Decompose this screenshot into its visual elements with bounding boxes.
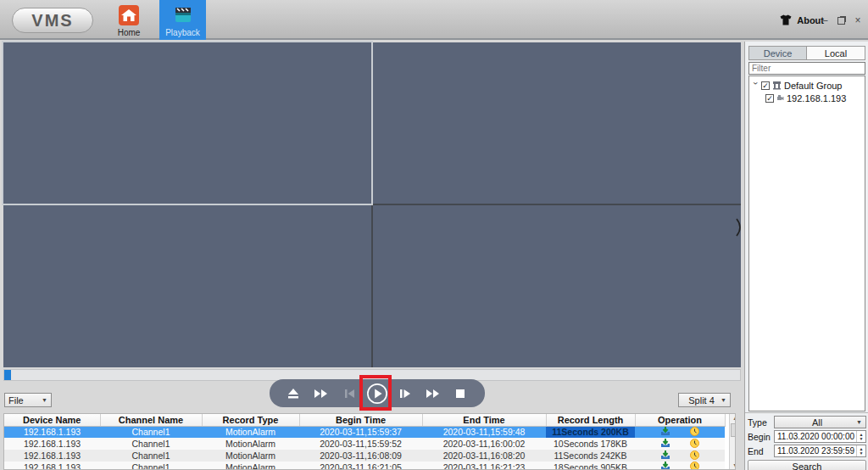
scrollbar-thumb[interactable] (731, 423, 736, 437)
cell-record-length[interactable]: 11Seconds 200KB (546, 426, 635, 438)
recording-table-body: 192.168.1.193 Channel1 MotionAlarm 2020-… (4, 426, 725, 470)
speed-down-button[interactable] (310, 383, 332, 405)
split-dropdown-value: Split 4 (682, 395, 721, 406)
eject-button[interactable] (282, 383, 304, 405)
video-cell-2[interactable] (373, 42, 741, 204)
spinner-control[interactable]: ▲ ▼ (856, 431, 865, 442)
spinner-control[interactable]: ▲ ▼ (856, 445, 865, 456)
tab-playback[interactable]: Playback (159, 0, 206, 40)
group-checkbox[interactable]: ✓ (761, 81, 770, 90)
clock-icon[interactable] (690, 439, 699, 450)
cell-channel-name[interactable]: Channel1 (100, 450, 202, 462)
col-record-type[interactable]: Record Type (202, 414, 299, 426)
cell-device-name[interactable]: 192.168.1.193 (4, 438, 100, 450)
clock-icon[interactable] (690, 462, 699, 470)
step-back-button[interactable] (338, 383, 360, 405)
cell-begin-time[interactable]: 2020-03-11,15:59:37 (299, 426, 422, 438)
clock-icon[interactable] (690, 450, 699, 462)
tab-device[interactable]: Device (748, 46, 807, 60)
search-form: Type All ▼ Begin 11.03.2020 00:00:00 ▲ ▼… (745, 412, 868, 470)
search-button[interactable]: Search (748, 460, 866, 470)
cell-device-name[interactable]: 192.168.1.193 (4, 462, 100, 470)
cell-operation (635, 426, 725, 438)
col-operation[interactable]: Operation (635, 414, 725, 426)
group-icon (772, 81, 782, 90)
recordings-table: Device Name Channel Name Record Type Beg… (3, 413, 736, 470)
cell-begin-time[interactable]: 2020-03-11,16:21:05 (299, 462, 422, 470)
about-area[interactable]: About (780, 14, 824, 25)
cell-record-type[interactable]: MotionAlarm (202, 438, 299, 450)
minimize-icon[interactable]: – (820, 15, 830, 25)
col-begin-time[interactable]: Begin Time (299, 414, 422, 426)
table-row[interactable]: 192.168.1.193 Channel1 MotionAlarm 2020-… (4, 462, 725, 470)
end-datetime-field[interactable]: 11.03.2020 23:59:59 ▲ ▼ (774, 445, 866, 457)
cell-end-time[interactable]: 2020-03-11,16:21:23 (422, 462, 546, 470)
tab-local[interactable]: Local (807, 46, 865, 60)
cell-end-time[interactable]: 2020-03-11,15:59:48 (422, 426, 546, 438)
cell-channel-name[interactable]: Channel1 (100, 438, 202, 450)
download-icon[interactable] (660, 462, 670, 470)
download-icon[interactable] (660, 450, 670, 462)
cell-begin-time[interactable]: 2020-03-11,16:08:09 (299, 450, 422, 462)
skin-icon (780, 14, 792, 25)
spinner-down-icon[interactable]: ▼ (860, 451, 864, 456)
cell-record-length[interactable]: 11Seconds 242KB (546, 450, 635, 462)
cell-operation (635, 462, 725, 470)
cell-device-name[interactable]: 192.168.1.193 (4, 450, 100, 462)
cell-begin-time[interactable]: 2020-03-11,15:59:52 (299, 438, 422, 450)
restore-icon[interactable] (837, 17, 845, 25)
chevron-down-icon: ▼ (856, 419, 862, 425)
video-cell-4[interactable] (373, 205, 741, 367)
tree-expander-icon[interactable]: › (751, 82, 760, 89)
cell-record-length[interactable]: 18Seconds 905KB (546, 462, 635, 470)
table-scrollbar[interactable]: ▲ ▼ (729, 414, 736, 470)
annotation-play-highlight (359, 375, 392, 411)
cell-channel-name[interactable]: Channel1 (100, 426, 202, 438)
cell-operation (635, 438, 725, 450)
cell-operation (635, 450, 725, 462)
cell-channel-name[interactable]: Channel1 (100, 462, 202, 470)
filter-input[interactable] (748, 62, 865, 75)
download-icon[interactable] (660, 439, 670, 450)
video-cell-1[interactable] (3, 42, 371, 204)
col-end-time[interactable]: End Time (422, 414, 546, 426)
cell-record-type[interactable]: MotionAlarm (202, 450, 299, 462)
scroll-up-icon[interactable]: ▲ (730, 415, 736, 421)
close-icon[interactable]: × (853, 15, 863, 25)
cell-record-type[interactable]: MotionAlarm (202, 426, 299, 438)
spinner-down-icon[interactable]: ▼ (860, 437, 864, 441)
device-checkbox[interactable]: ✓ (765, 94, 774, 103)
tab-home[interactable]: Home (108, 0, 150, 40)
cell-record-type[interactable]: MotionAlarm (202, 462, 299, 470)
begin-datetime-field[interactable]: 11.03.2020 00:00:00 ▲ ▼ (774, 430, 866, 443)
table-row[interactable]: 192.168.1.193 Channel1 MotionAlarm 2020-… (4, 450, 725, 462)
cell-device-name[interactable]: 192.168.1.193 (4, 426, 100, 438)
video-cell-3[interactable] (3, 205, 371, 367)
stop-button[interactable] (449, 383, 471, 405)
type-dropdown[interactable]: All ▼ (774, 416, 866, 428)
download-icon[interactable] (660, 427, 670, 438)
right-panel: Device Local › ✓ Default Group ✓192.168.… (744, 42, 868, 470)
type-label: Type (748, 417, 774, 428)
timeline-progress-marker[interactable] (4, 370, 11, 380)
cell-end-time[interactable]: 2020-03-11,16:08:20 (422, 450, 546, 462)
cell-record-length[interactable]: 10Seconds 178KB (546, 438, 635, 450)
tree-group-row[interactable]: › ✓ Default Group (749, 79, 865, 92)
video-grid (3, 42, 741, 367)
tree-device-row[interactable]: ✓192.168.1.193 (749, 92, 865, 104)
col-channel-name[interactable]: Channel Name (100, 414, 202, 426)
col-record-length[interactable]: Record Length (546, 414, 635, 426)
cell-end-time[interactable]: 2020-03-11,16:00:02 (422, 438, 546, 450)
begin-datetime-value: 11.03.2020 00:00:00 (775, 432, 856, 441)
clock-icon[interactable] (690, 427, 699, 438)
file-dropdown[interactable]: File ▼ (4, 393, 52, 407)
table-row[interactable]: 192.168.1.193 Channel1 MotionAlarm 2020-… (4, 438, 725, 450)
table-row[interactable]: 192.168.1.193 Channel1 MotionAlarm 2020-… (4, 426, 725, 438)
scroll-down-icon[interactable]: ▼ (730, 462, 736, 468)
col-device-name[interactable]: Device Name (4, 414, 100, 426)
device-tree: › ✓ Default Group ✓192.168.1.193 (748, 76, 865, 411)
app-logo: VMS (12, 8, 93, 33)
step-forward-button[interactable] (394, 383, 416, 405)
split-dropdown[interactable]: Split 4 ▼ (678, 393, 731, 407)
speed-up-button[interactable] (422, 383, 444, 405)
